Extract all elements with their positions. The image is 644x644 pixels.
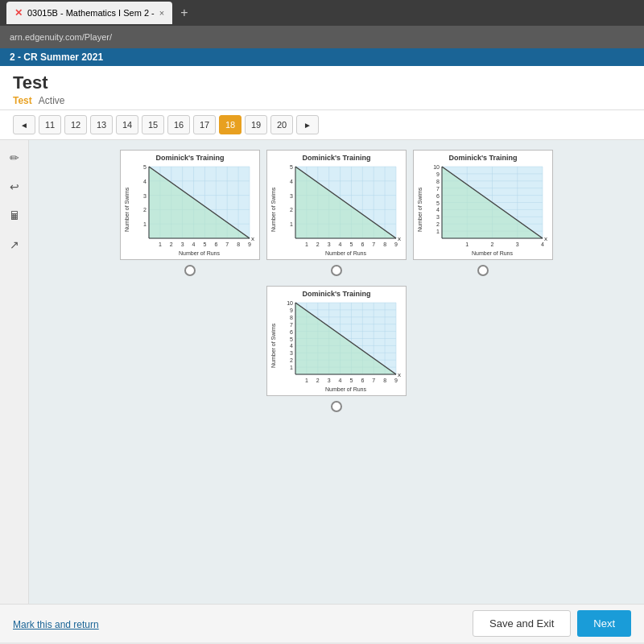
- nav-pills-container: ◄ 11 12 13 14 15 16 17 18 19 20 ►: [0, 110, 644, 140]
- charts-bottom-row: Dominick's Training Number of Swims: [39, 286, 634, 412]
- chart4-radio[interactable]: [331, 401, 342, 412]
- mark-return-link[interactable]: Mark this and return: [13, 619, 99, 630]
- chart1-title: Dominick's Training: [124, 154, 256, 162]
- breadcrumb-status: Active: [39, 95, 65, 106]
- chart2-title: Dominick's Training: [270, 154, 402, 162]
- pill-18[interactable]: 18: [219, 115, 242, 134]
- chart2-container: Dominick's Training Number of Swims: [266, 150, 407, 260]
- course-header: 2 - CR Summer 2021: [0, 48, 644, 66]
- next-button[interactable]: Next: [577, 610, 631, 637]
- tab-favicon: ✕: [14, 7, 23, 19]
- chart3-canvas: [424, 163, 549, 256]
- chart3-wrapper: Dominick's Training Number of Swims: [413, 150, 553, 276]
- back-icon[interactable]: ↩: [3, 175, 26, 198]
- expand-icon[interactable]: ↗: [3, 233, 26, 256]
- tab-close-button[interactable]: ×: [159, 8, 164, 18]
- save-exit-button[interactable]: Save and Exit: [473, 610, 571, 637]
- pill-17[interactable]: 17: [193, 115, 216, 134]
- chart2-radio-container: [331, 265, 342, 276]
- chart1-radio[interactable]: [184, 265, 196, 276]
- chart1-radio-container: [184, 265, 196, 276]
- charts-top-row: Dominick's Training Number of Swims Domi…: [39, 150, 634, 276]
- chart4-wrapper: Dominick's Training Number of Swims: [266, 286, 407, 412]
- chart1-y-label: Number of Swims: [124, 163, 130, 256]
- pill-11[interactable]: 11: [39, 115, 61, 134]
- new-tab-button[interactable]: +: [175, 6, 192, 20]
- url-display: arn.edgenuity.com/Player/: [10, 32, 112, 42]
- chart2-canvas: [278, 163, 402, 256]
- chart1-wrapper: Dominick's Training Number of Swims: [120, 150, 260, 276]
- breadcrumb-active: Test: [13, 95, 32, 106]
- breadcrumb: Test Active: [13, 95, 631, 109]
- browser-chrome: ✕ 03015B - Mathematics I Sem 2 - × +: [0, 0, 644, 26]
- chart2-chart-wrapper: Number of Swims: [270, 163, 402, 256]
- tab-title: 03015B - Mathematics I Sem 2 -: [27, 8, 155, 18]
- chart3-title: Dominick's Training: [417, 154, 549, 162]
- page-title: Test: [13, 72, 631, 93]
- bottom-bar: Mark this and return Save and Exit Next: [0, 604, 644, 642]
- mark-return-text: Mark this and return: [13, 619, 99, 630]
- bottom-buttons: Save and Exit Next: [473, 610, 631, 637]
- pill-16[interactable]: 16: [167, 115, 190, 134]
- content-header: Test Test Active: [0, 66, 644, 110]
- calculator-icon[interactable]: 🖩: [3, 204, 26, 227]
- pill-12[interactable]: 12: [64, 115, 87, 134]
- chart3-radio-container: [477, 265, 489, 276]
- chart4-container: Dominick's Training Number of Swims: [266, 286, 407, 396]
- browser-tab[interactable]: ✕ 03015B - Mathematics I Sem 2 - ×: [6, 2, 172, 24]
- chart2-y-label: Number of Swims: [270, 163, 276, 256]
- pencil-icon[interactable]: ✏: [3, 147, 26, 169]
- main-content: Test Test Active ◄ 11 12 13 14 15 16 17 …: [0, 66, 644, 642]
- chart4-canvas: [278, 299, 402, 392]
- pill-14[interactable]: 14: [116, 115, 138, 134]
- chart3-container: Dominick's Training Number of Swims: [413, 150, 553, 260]
- chart1-canvas: [131, 163, 256, 256]
- pill-19[interactable]: 19: [245, 115, 267, 134]
- chart3-radio[interactable]: [477, 265, 489, 276]
- course-title: 2 - CR Summer 2021: [10, 52, 103, 63]
- pill-13[interactable]: 13: [90, 115, 113, 134]
- pill-15[interactable]: 15: [142, 115, 164, 134]
- chart2-radio[interactable]: [331, 265, 342, 276]
- chart3-chart-wrapper: Number of Swims: [417, 163, 549, 256]
- nav-prev-button[interactable]: ◄: [13, 115, 35, 134]
- chart4-y-label: Number of Swims: [270, 299, 276, 392]
- layout-container: ✏ ↩ 🖩 ↗ Dominick's Training Number of Sw…: [0, 140, 644, 642]
- mark-return-container: Mark this and return: [13, 617, 99, 631]
- question-area: Dominick's Training Number of Swims Domi…: [29, 140, 644, 642]
- chart2-wrapper: Dominick's Training Number of Swims: [266, 150, 407, 276]
- left-sidebar: ✏ ↩ 🖩 ↗: [0, 140, 29, 642]
- chart4-radio-container: [331, 401, 342, 412]
- chart4-title: Dominick's Training: [270, 290, 402, 298]
- address-bar: arn.edgenuity.com/Player/: [0, 26, 644, 48]
- nav-next-button[interactable]: ►: [296, 115, 319, 134]
- pill-20[interactable]: 20: [270, 115, 293, 134]
- chart1-chart-wrapper: Number of Swims: [124, 163, 256, 256]
- chart4-chart-wrapper: Number of Swims: [270, 299, 402, 392]
- chart3-y-label: Number of Swims: [417, 163, 423, 256]
- chart1-container: Dominick's Training Number of Swims: [120, 150, 260, 260]
